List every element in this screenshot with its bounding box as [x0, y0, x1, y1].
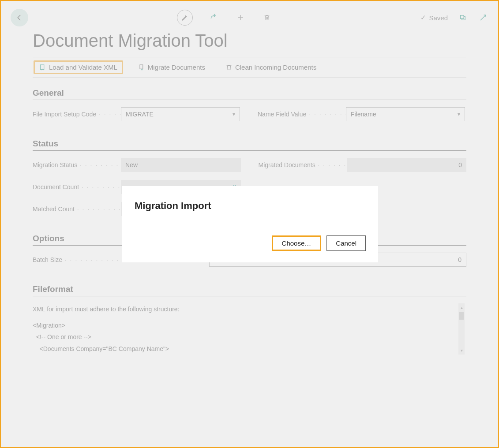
saved-label: Saved	[429, 14, 448, 22]
migration-status-label: Migration Status	[33, 161, 121, 168]
page-title: Document Migration Tool	[6, 31, 493, 57]
popout-icon[interactable]	[458, 12, 468, 23]
name-field-value-label: Name Field Value	[258, 111, 346, 118]
svg-rect-1	[140, 65, 143, 69]
scroll-down-icon[interactable]: ▾	[461, 346, 463, 355]
share-icon[interactable]	[209, 12, 219, 23]
action-bar: Load and Validate XML Migrate Documents …	[33, 57, 466, 78]
saved-status: ✓Saved	[420, 14, 448, 22]
cancel-button[interactable]: Cancel	[326, 235, 366, 251]
section-heading-general: General	[33, 88, 466, 100]
scroll-up-icon[interactable]: ▴	[461, 303, 463, 312]
select-value: Filename	[351, 111, 376, 118]
chevron-down-icon: ▾	[458, 111, 460, 117]
file-import-setup-code-select[interactable]: MIGRATE ▾	[121, 107, 240, 121]
scrollbar[interactable]: ▴ ▾	[458, 303, 465, 355]
action-migrate-documents[interactable]: Migrate Documents	[135, 62, 209, 73]
action-label: Migrate Documents	[148, 63, 205, 71]
fileformat-line: <!-- One or more -->	[33, 331, 453, 343]
migration-status-value: New	[121, 158, 241, 172]
batch-size-value: 0	[458, 256, 461, 263]
select-value: MIGRATE	[126, 111, 154, 118]
fileformat-text: XML for import must adhere to the follow…	[33, 303, 466, 355]
chevron-down-icon: ▾	[233, 111, 235, 117]
edit-icon[interactable]	[177, 10, 193, 26]
scroll-thumb[interactable]	[459, 312, 464, 320]
dialog-title: Migration Import	[135, 200, 366, 212]
matched-count-label: Matched Count	[33, 205, 121, 213]
action-label: Load and Validate XML	[49, 63, 117, 71]
migration-import-dialog: Migration Import Choose… Cancel	[122, 186, 378, 262]
section-heading-status: Status	[33, 139, 466, 151]
action-label: Clean Incoming Documents	[235, 63, 316, 71]
fileformat-line: <Documents Company="BC Company Name">	[33, 343, 453, 355]
back-button[interactable]	[11, 9, 28, 26]
migrated-documents-value: 0	[347, 158, 467, 172]
migrated-documents-label: Migrated Documents	[259, 161, 347, 168]
svg-rect-0	[41, 65, 44, 70]
document-count-label: Document Count	[33, 183, 121, 190]
add-icon[interactable]	[235, 12, 246, 23]
fileformat-line: <Migration>	[33, 320, 453, 332]
name-field-value-select[interactable]: Filename ▾	[346, 107, 465, 121]
expand-icon[interactable]	[478, 12, 488, 23]
section-heading-fileformat: Fileformat	[33, 284, 466, 296]
file-import-setup-code-label: File Import Setup Code	[33, 111, 121, 118]
action-clean-incoming[interactable]: Clean Incoming Documents	[222, 62, 320, 73]
fileformat-line: XML for import must adhere to the follow…	[33, 303, 453, 315]
choose-button[interactable]: Choose…	[272, 235, 322, 251]
delete-icon[interactable]	[262, 12, 272, 23]
action-load-validate-xml[interactable]: Load and Validate XML	[34, 60, 123, 74]
